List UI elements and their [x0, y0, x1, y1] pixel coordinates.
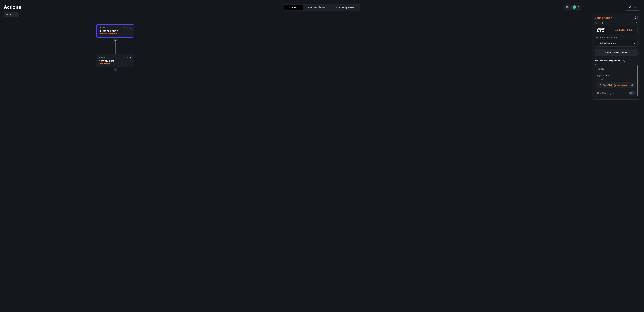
action-type-select[interactable]: Custom Action registerCandidate — [594, 26, 638, 34]
argument-name: name — [598, 67, 604, 70]
argument-value-field[interactable]: TextField (Your name) — [597, 82, 636, 88]
chevron-down-icon — [633, 42, 636, 45]
action-type-value: registerCandidate — [614, 29, 633, 31]
svg-point-10 — [636, 24, 636, 24]
node-subtitle: registerCandidate — [99, 33, 132, 35]
paste-icon[interactable] — [633, 16, 638, 20]
define-action-panel: Define Action Action 1 Custom Action reg… — [592, 13, 640, 100]
argument-value-text: TextField (Your name) — [603, 84, 628, 87]
settings-icon[interactable] — [604, 78, 606, 81]
info-icon[interactable] — [623, 60, 626, 62]
args-section-title: Set Action Arguments — [594, 59, 622, 62]
custom-action-name-label: Custom Action Name — [594, 36, 638, 39]
non-blocking-toggle[interactable] — [629, 91, 635, 95]
svg-point-6 — [130, 58, 131, 58]
action-type-label: Custom Action — [596, 28, 613, 33]
non-blocking-label: Non-Blocking — [597, 92, 611, 94]
edit-custom-action-button[interactable]: Edit Custom Action — [594, 49, 638, 56]
add-action-below[interactable]: + — [114, 68, 117, 72]
node-title: Navigate To — [98, 59, 132, 62]
svg-point-1 — [130, 27, 131, 27]
value-label: Value — [597, 78, 603, 81]
add-action-below[interactable]: + — [114, 39, 117, 42]
move-up-icon[interactable] — [123, 56, 126, 59]
action-arguments-box: name Type: String Value TextField (Your … — [594, 64, 638, 97]
chevron-down-icon — [633, 29, 636, 31]
text-icon — [598, 84, 602, 87]
info-icon[interactable] — [612, 92, 614, 94]
svg-point-13 — [605, 80, 606, 80]
edit-icon[interactable] — [631, 22, 633, 25]
action-node-2[interactable]: Action 2 Navigate To HomePage — [96, 54, 134, 67]
move-up-icon[interactable] — [123, 27, 125, 29]
panel-title: Define Action — [594, 16, 612, 19]
connector — [115, 42, 116, 54]
svg-point-4 — [130, 57, 131, 57]
node-title: Custom Action — [99, 29, 132, 33]
svg-point-9 — [636, 23, 636, 23]
argument-type: Type: String — [597, 74, 636, 77]
action-index-label: Action 1 — [594, 22, 603, 25]
more-icon[interactable] — [130, 56, 132, 59]
edit-icon[interactable] — [631, 84, 634, 86]
svg-point-3 — [130, 28, 131, 29]
more-icon[interactable] — [129, 27, 132, 29]
svg-point-8 — [636, 22, 636, 23]
node-number: Action 2 — [98, 56, 106, 59]
action-node-1[interactable]: Action 1 Custom Action registerCandidate — [96, 24, 134, 38]
custom-action-name-value: registerCandidate — [596, 42, 617, 45]
svg-point-5 — [130, 57, 131, 58]
move-down-icon[interactable] — [126, 27, 128, 29]
move-down-icon[interactable] — [126, 56, 129, 59]
svg-point-12 — [604, 79, 605, 79]
more-icon[interactable] — [635, 22, 638, 25]
svg-point-2 — [130, 28, 131, 28]
argument-header[interactable]: name — [597, 66, 636, 72]
node-subtitle: HomePage — [98, 62, 132, 65]
custom-action-name-select[interactable]: registerCandidate — [594, 40, 638, 47]
chevron-down-icon — [632, 67, 635, 70]
node-number: Action 1 — [99, 27, 106, 29]
